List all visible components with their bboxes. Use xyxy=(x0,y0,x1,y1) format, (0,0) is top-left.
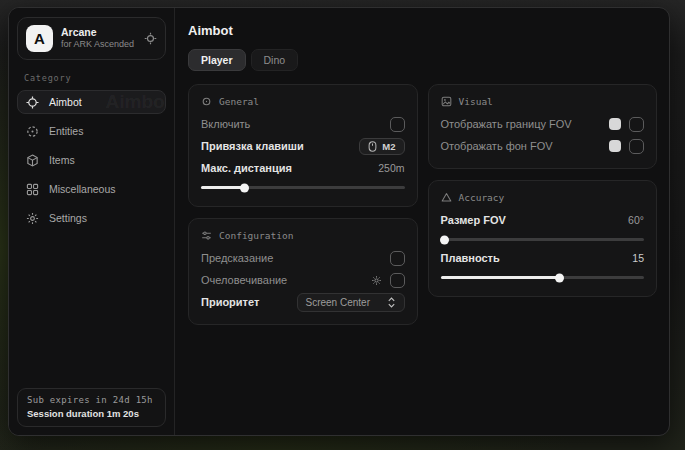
slider-thumb[interactable] xyxy=(555,273,564,282)
keybind-label: Привязка клавиши xyxy=(201,140,304,152)
crosshair-icon xyxy=(26,96,39,109)
fov-bg-color-swatch[interactable] xyxy=(609,140,621,152)
prediction-checkbox[interactable] xyxy=(390,251,405,266)
slider-fill xyxy=(201,186,244,189)
scan-icon xyxy=(26,125,39,138)
keybind-value: M2 xyxy=(382,141,395,152)
slider-thumb[interactable] xyxy=(240,183,249,192)
tab-bar: Player Dino xyxy=(188,49,657,71)
sidebar-item-label: Items xyxy=(49,154,75,166)
fov-bg-checkbox[interactable] xyxy=(629,139,644,154)
accuracy-card-header: Accuracy xyxy=(441,192,645,203)
fov-size-slider[interactable] xyxy=(441,238,645,241)
accuracy-card: Accuracy Размер FOV 60° Плавность 15 xyxy=(428,180,658,297)
triangle-icon xyxy=(441,192,452,203)
accuracy-card-title: Accuracy xyxy=(459,192,505,203)
sidebar-item-label: Aimbot xyxy=(49,96,82,108)
smoothness-row: Плавность 15 xyxy=(441,247,645,269)
prediction-label: Предсказание xyxy=(201,252,273,264)
chevron-updown-icon xyxy=(387,297,396,308)
package-icon xyxy=(26,154,39,167)
prediction-row: Предсказание xyxy=(201,247,405,269)
sidebar-item-entities[interactable]: Entities xyxy=(17,119,166,143)
humanize-settings-icon[interactable] xyxy=(371,275,382,286)
sub-expires-text: Sub expires in 24d 15h xyxy=(27,395,156,405)
category-nav: Aimbot Aimbot Entities xyxy=(17,90,166,230)
configuration-card-title: Configuration xyxy=(219,230,293,241)
slider-fill xyxy=(441,276,559,279)
tab-player[interactable]: Player xyxy=(188,49,246,71)
app-subtitle: for ARK Ascended xyxy=(61,39,134,50)
humanize-checkbox[interactable] xyxy=(390,273,405,288)
fov-border-label: Отображать границу FOV xyxy=(441,118,572,130)
configuration-card-header: Configuration xyxy=(201,230,405,241)
right-column: Visual Отображать границу FOV Отображать… xyxy=(428,84,658,297)
page-title: Aimbot xyxy=(188,23,657,38)
visual-card: Visual Отображать границу FOV Отображать… xyxy=(428,84,658,169)
logo-text: Arcane for ARK Ascended xyxy=(61,26,134,50)
fov-border-color-swatch[interactable] xyxy=(609,118,621,130)
tune-icon xyxy=(201,230,212,241)
configuration-card: Configuration Предсказание Очеловечивани… xyxy=(188,218,418,325)
app-title: Arcane xyxy=(61,26,134,39)
priority-label: Приоритет xyxy=(201,296,259,308)
fov-size-value: 60° xyxy=(628,214,644,226)
category-label: Category xyxy=(24,73,159,83)
app-logo: A xyxy=(26,25,53,52)
tab-dino[interactable]: Dino xyxy=(251,49,299,71)
sidebar-item-label: Settings xyxy=(49,212,87,224)
general-card-header: General xyxy=(201,96,405,107)
target-icon xyxy=(201,96,212,107)
sidebar: A Arcane for ARK Ascended Category xyxy=(9,8,175,435)
general-card: General Включить Привязка клавиши xyxy=(188,84,418,207)
max-distance-label: Макс. дистанция xyxy=(201,162,292,174)
fov-size-label: Размер FOV xyxy=(441,214,506,226)
max-distance-row: Макс. дистанция 250m xyxy=(201,157,405,179)
left-column: General Включить Привязка клавиши xyxy=(188,84,418,325)
priority-value: Screen Center xyxy=(306,297,370,308)
logo-card: A Arcane for ARK Ascended xyxy=(17,17,166,60)
keybind-row: Привязка клавиши M2 xyxy=(201,135,405,157)
mouse-icon xyxy=(368,141,377,152)
enable-label: Включить xyxy=(201,118,250,130)
grid-icon xyxy=(26,183,39,196)
main-content: Aimbot Player Dino Gener xyxy=(175,8,669,435)
fov-border-checkbox[interactable] xyxy=(629,117,644,132)
gear-icon xyxy=(26,212,39,225)
sidebar-item-label: Miscellaneous xyxy=(49,183,116,195)
smoothness-slider[interactable] xyxy=(441,276,645,279)
enable-row: Включить xyxy=(201,113,405,135)
sidebar-item-label: Entities xyxy=(49,125,83,137)
sidebar-item-miscellaneous[interactable]: Miscellaneous xyxy=(17,177,166,201)
session-card: Sub expires in 24d 15h Session duration … xyxy=(17,388,166,427)
sidebar-item-items[interactable]: Items xyxy=(17,148,166,172)
session-duration-text: Session duration 1m 20s xyxy=(27,408,156,419)
visual-card-header: Visual xyxy=(441,96,645,107)
humanize-label: Очеловечивание xyxy=(201,274,287,286)
keybind-button[interactable]: M2 xyxy=(359,138,404,155)
image-icon xyxy=(441,96,452,107)
priority-row: Приоритет Screen Center xyxy=(201,291,405,313)
fov-size-row: Размер FOV 60° xyxy=(441,209,645,231)
focus-icon[interactable] xyxy=(144,32,157,45)
general-card-title: General xyxy=(219,96,259,107)
fov-border-row: Отображать границу FOV xyxy=(441,113,645,135)
enable-checkbox[interactable] xyxy=(390,117,405,132)
app-window: A Arcane for ARK Ascended Category xyxy=(8,7,670,436)
sidebar-item-settings[interactable]: Settings xyxy=(17,206,166,230)
humanize-row: Очеловечивание xyxy=(201,269,405,291)
card-columns: General Включить Привязка клавиши xyxy=(188,84,657,325)
fov-bg-label: Отображать фон FOV xyxy=(441,140,553,152)
slider-thumb[interactable] xyxy=(440,235,449,244)
fov-bg-row: Отображать фон FOV xyxy=(441,135,645,157)
sidebar-item-aimbot[interactable]: Aimbot Aimbot xyxy=(17,90,166,114)
max-distance-slider[interactable] xyxy=(201,186,405,189)
sidebar-item-ghost: Aimbot xyxy=(106,91,166,113)
priority-dropdown[interactable]: Screen Center xyxy=(297,293,405,312)
smoothness-label: Плавность xyxy=(441,252,500,264)
max-distance-value: 250m xyxy=(378,162,404,174)
smoothness-value: 15 xyxy=(632,252,644,264)
visual-card-title: Visual xyxy=(459,96,493,107)
